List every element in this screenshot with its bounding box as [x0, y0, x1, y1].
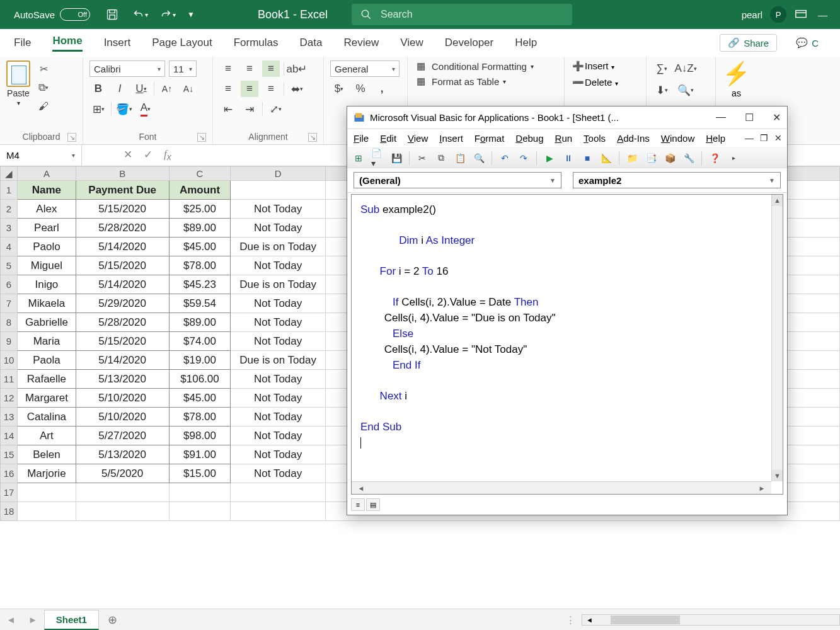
chevron-down-icon[interactable]: ▾: [17, 100, 20, 106]
qat-customize-icon[interactable]: ▼: [187, 10, 195, 19]
tab-insert[interactable]: Insert: [104, 37, 131, 49]
horizontal-scrollbar[interactable]: ◄: [582, 614, 840, 626]
tab-data[interactable]: Data: [300, 37, 323, 49]
fill-icon[interactable]: ⬇ ▾: [653, 82, 670, 98]
clipboard-launcher[interactable]: ↘: [67, 133, 76, 142]
underline-button[interactable]: U ▾: [132, 81, 150, 97]
row-header[interactable]: 1: [1, 181, 18, 200]
undo-icon[interactable]: ↶: [498, 152, 511, 164]
tab-page-layout[interactable]: Page Layout: [152, 37, 212, 49]
sheet-nav-left-icon[interactable]: ◄: [0, 614, 22, 625]
vba-vertical-scrollbar[interactable]: ▲▼: [771, 195, 783, 481]
autosave-toggle[interactable]: AutoSave Off: [14, 8, 90, 21]
increase-indent-icon[interactable]: ⇥: [241, 101, 258, 117]
reset-icon[interactable]: ■: [581, 152, 594, 164]
mdi-minimize-icon[interactable]: —: [745, 133, 754, 143]
mdi-close-icon[interactable]: ✕: [774, 133, 782, 143]
properties-icon[interactable]: 📑: [645, 152, 657, 164]
view-excel-icon[interactable]: ⊞: [352, 152, 365, 164]
run-icon[interactable]: ▶: [543, 152, 556, 164]
vba-menu-edit[interactable]: Edit: [380, 133, 396, 144]
align-top-icon[interactable]: ≡: [219, 60, 237, 77]
autosum-icon[interactable]: ∑ ▾: [653, 60, 670, 77]
redo-icon[interactable]: ↷: [517, 152, 530, 164]
comments-button[interactable]: 💬 C: [788, 35, 826, 51]
save-icon[interactable]: [104, 6, 120, 23]
conditional-formatting-button[interactable]: ▦Conditional Formatting ▾: [414, 60, 558, 72]
align-middle-icon[interactable]: ≡: [241, 60, 258, 77]
tab-file[interactable]: File: [14, 37, 31, 49]
format-as-table-button[interactable]: ▦Format as Table ▾: [414, 76, 558, 87]
object-combo[interactable]: (General)▼: [354, 172, 561, 188]
vba-menu-help[interactable]: Help: [706, 133, 725, 144]
align-center-icon[interactable]: ≡: [241, 81, 258, 97]
toolbox-icon[interactable]: 🔧: [682, 152, 695, 164]
align-left-icon[interactable]: ≡: [219, 81, 237, 97]
select-all-corner[interactable]: ◢: [1, 167, 18, 181]
vba-menu-window[interactable]: Window: [661, 133, 694, 144]
vba-horizontal-scrollbar[interactable]: ◄►: [352, 481, 771, 494]
tab-formulas[interactable]: Formulas: [234, 37, 279, 49]
break-icon[interactable]: ⏸: [562, 152, 575, 164]
font-launcher[interactable]: ↘: [197, 133, 206, 142]
header-cell[interactable]: Amount: [169, 181, 231, 200]
vba-menu-debug[interactable]: Debug: [515, 133, 543, 144]
accounting-icon[interactable]: $ ▾: [330, 81, 348, 97]
mdi-restore-icon[interactable]: ❐: [760, 133, 768, 143]
object-browser-icon[interactable]: 📦: [664, 152, 676, 164]
header-cell[interactable]: Payment Due: [76, 181, 169, 200]
paste-button[interactable]: Paste ▾: [6, 60, 30, 106]
cut-icon[interactable]: ✂: [35, 62, 52, 76]
decrease-indent-icon[interactable]: ⇤: [219, 101, 237, 117]
orientation-icon[interactable]: ⤢▾: [267, 101, 284, 117]
tab-home[interactable]: Home: [52, 35, 82, 52]
cell[interactable]: [231, 181, 325, 200]
delete-cells-button[interactable]: ➖Delete ▾: [571, 77, 640, 88]
sort-filter-icon[interactable]: A↓Z▾: [677, 60, 694, 77]
tab-developer[interactable]: Developer: [445, 37, 494, 49]
col-header-B[interactable]: B: [76, 167, 169, 181]
vba-menu-file[interactable]: File: [354, 133, 369, 144]
copy-icon[interactable]: ⧉: [435, 152, 447, 164]
vba-menu-addins[interactable]: Add-Ins: [617, 133, 650, 144]
ribbon-display-icon[interactable]: [794, 8, 808, 21]
increase-font-icon[interactable]: A↑: [158, 81, 176, 97]
help-icon[interactable]: ❓: [708, 152, 721, 164]
cancel-icon[interactable]: ✕: [124, 148, 132, 162]
number-format-combo[interactable]: General▾: [330, 60, 400, 77]
autosave-switch[interactable]: Off: [60, 8, 90, 21]
insert-module-icon[interactable]: 📄▾: [371, 152, 384, 164]
wrap-text-icon[interactable]: ab↵: [288, 60, 306, 77]
scrollbar-thumb[interactable]: [611, 616, 680, 624]
vba-title-bar[interactable]: Microsoft Visual Basic for Applications …: [347, 106, 787, 129]
save-icon[interactable]: 💾: [390, 152, 403, 164]
tab-help[interactable]: Help: [515, 37, 537, 49]
sheet-nav-right-icon[interactable]: ►: [22, 614, 44, 625]
merge-icon[interactable]: ⬌ ▾: [288, 81, 306, 97]
vba-minimize-icon[interactable]: —: [716, 112, 726, 123]
enter-icon[interactable]: ✓: [144, 148, 152, 162]
borders-icon[interactable]: ⊞ ▾: [89, 101, 107, 117]
vba-menu-view[interactable]: View: [408, 133, 428, 144]
fx-icon[interactable]: fx: [164, 148, 171, 162]
col-header-D[interactable]: D: [231, 167, 325, 181]
header-cell[interactable]: Name: [18, 181, 76, 200]
user-area[interactable]: pearl P: [742, 6, 808, 23]
fill-color-icon[interactable]: 🪣▾: [115, 101, 133, 117]
col-header-A[interactable]: A: [18, 167, 76, 181]
undo-icon[interactable]: ▾: [132, 6, 148, 23]
alignment-launcher[interactable]: ↘: [308, 133, 317, 142]
toolbar-options-icon[interactable]: ▸: [727, 152, 740, 164]
name-box[interactable]: M4▾: [0, 145, 82, 166]
vba-code-pane[interactable]: Sub example2() Dim i As Integer For i = …: [351, 194, 783, 495]
cut-icon[interactable]: ✂: [416, 152, 429, 164]
vba-maximize-icon[interactable]: ☐: [745, 112, 754, 123]
decrease-font-icon[interactable]: A↓: [180, 81, 197, 97]
font-color-icon[interactable]: A▾: [137, 101, 154, 117]
bold-button[interactable]: B: [89, 81, 107, 97]
percent-icon[interactable]: %: [352, 81, 369, 97]
vba-menu-format[interactable]: Format: [475, 133, 505, 144]
font-size-combo[interactable]: 11▾: [169, 60, 197, 77]
align-right-icon[interactable]: ≡: [262, 81, 280, 97]
search-box[interactable]: Search: [352, 4, 572, 25]
